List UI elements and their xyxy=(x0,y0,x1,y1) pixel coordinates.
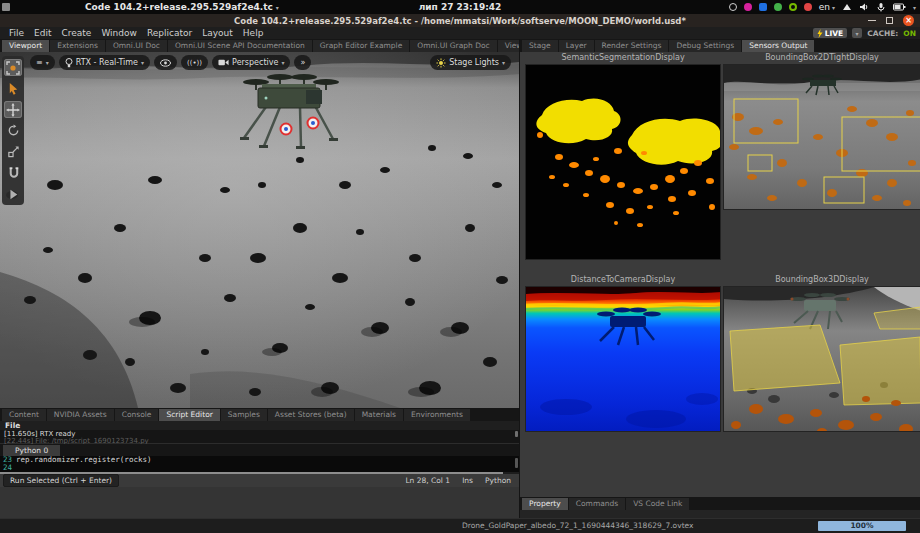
waypoint-button[interactable]: ((•)) xyxy=(181,55,208,70)
menu-create[interactable]: Create xyxy=(57,28,97,38)
cache-status: ON xyxy=(903,29,916,38)
loading-asset-label: Drone_GoldPaper_albedo_72_1_1690444346_3… xyxy=(462,521,694,530)
system-tray: en ▾ ▾ xyxy=(729,0,916,14)
live-caret-button[interactable]: ▾ xyxy=(852,28,862,38)
renderer-label: RTX - Real-Time xyxy=(76,58,138,67)
tab-graph-editor-example[interactable]: Graph Editor Example xyxy=(313,40,410,52)
volume-icon[interactable] xyxy=(859,2,869,12)
maximize-button[interactable] xyxy=(886,17,893,24)
tab-omni-ui-graph-doc[interactable]: Omni.UI Graph Doc xyxy=(410,40,496,52)
tab-sensors-output[interactable]: Sensors Output xyxy=(742,40,814,52)
red-app-tray-icon[interactable] xyxy=(804,3,812,11)
cursor-position: Ln 28, Col 1 xyxy=(405,476,450,485)
code-vertical-scrollbar[interactable] xyxy=(515,458,518,468)
menu-bar: File Edit Create Window Replicator Layou… xyxy=(0,27,920,39)
tab-render-settings[interactable]: Render Settings xyxy=(595,40,669,52)
tab-vscode-link[interactable]: VS Code Link xyxy=(626,498,689,510)
menu-replicator[interactable]: Replicator xyxy=(142,28,197,38)
bottom-panel-tab-bar: Content NVIDIA Assets Console Script Edi… xyxy=(0,408,519,421)
live-sync-button[interactable]: LIVE xyxy=(813,28,848,38)
moon-scene xyxy=(0,52,519,408)
tab-extensions[interactable]: Extensions xyxy=(50,40,105,52)
line-number: 24 xyxy=(0,464,16,472)
tab-samples[interactable]: Samples xyxy=(221,409,267,421)
rotate-tool-button[interactable] xyxy=(4,122,22,139)
caret-down-icon: ▾ xyxy=(141,59,144,66)
network-icon[interactable] xyxy=(842,2,852,12)
sensors-output-panel: SemanticSegmentationDisplay BoundingBox2… xyxy=(520,52,920,497)
cursor-tool-button[interactable] xyxy=(4,80,22,97)
scale-icon xyxy=(7,145,20,158)
tab-content[interactable]: Content xyxy=(2,409,46,421)
window-title-bar[interactable]: Code 104.2+release.295.529af2e4.tc - /ho… xyxy=(0,14,920,27)
tab-property[interactable]: Property xyxy=(522,498,568,510)
snap-tool-button[interactable] xyxy=(4,164,22,181)
double-chevron-icon: » xyxy=(300,58,305,67)
progress-value: 100% xyxy=(850,521,873,530)
status-bar: Drone_GoldPaper_albedo_72_1_1690444346_3… xyxy=(0,518,920,533)
battery-icon[interactable] xyxy=(893,2,906,12)
right-tab-bar: Stage Layer Render Settings Debug Settin… xyxy=(520,39,920,52)
camera-selector[interactable]: Perspective ▾ xyxy=(212,55,290,70)
tab-console[interactable]: Console xyxy=(115,409,159,421)
bbox3d-display xyxy=(723,286,920,432)
tab-layer[interactable]: Layer xyxy=(559,40,594,52)
tab-nvidia-assets[interactable]: NVIDIA Assets xyxy=(47,409,114,421)
visibility-button[interactable] xyxy=(154,55,177,70)
language-label: en xyxy=(819,2,830,12)
close-button[interactable]: × xyxy=(903,15,914,26)
microphone-icon[interactable] xyxy=(876,2,886,12)
script-editor-status-bar: Run Selected (Ctrl + Enter) Ln 28, Col 1… xyxy=(0,474,519,487)
minimize-button[interactable] xyxy=(868,20,876,22)
tab-asset-stores[interactable]: Asset Stores (beta) xyxy=(268,409,354,421)
tray-chevron-icon[interactable]: ▾ xyxy=(913,4,916,11)
code-editor[interactable]: 23 rep.randomizer.register(rocks) 24 xyxy=(0,456,519,472)
tab-viewport-doc[interactable]: Viewport Doc xyxy=(498,40,519,52)
waypoint-icon: ((•)) xyxy=(187,59,202,67)
system-top-bar: Code 104.2+release.295.529af2e4.tc ▾ лип… xyxy=(0,0,920,14)
panel-title-bbox3d: BoundingBox3DDisplay xyxy=(723,274,920,286)
script-editor-file-menu[interactable]: File xyxy=(0,421,519,430)
caret-down-icon: ▾ xyxy=(281,59,284,66)
renderer-selector[interactable]: RTX - Real-Time ▾ xyxy=(59,55,150,70)
property-panel-body xyxy=(520,510,920,518)
timer-tray-icon[interactable] xyxy=(729,3,737,11)
menu-layout[interactable]: Layout xyxy=(197,28,238,38)
tab-materials[interactable]: Materials xyxy=(355,409,403,421)
caret-down-icon: ▾ xyxy=(856,30,859,37)
select-tool-button[interactable] xyxy=(4,59,22,76)
viewport-3d-canvas[interactable]: ≡ ▾ RTX - Real-Time ▾ ((•)) Perspective xyxy=(0,52,519,408)
menu-edit[interactable]: Edit xyxy=(29,28,56,38)
tab-script-editor[interactable]: Script Editor xyxy=(159,409,219,421)
menu-file[interactable]: File xyxy=(4,28,29,38)
green-app-tray-icon[interactable] xyxy=(774,3,782,11)
stage-lights-button[interactable]: Stage Lights ▾ xyxy=(430,55,511,70)
tab-commands[interactable]: Commands xyxy=(569,498,625,510)
tab-environments[interactable]: Environments xyxy=(404,409,470,421)
move-icon xyxy=(6,103,20,117)
menu-window[interactable]: Window xyxy=(96,28,142,38)
distance-to-camera-display xyxy=(525,286,721,432)
viewport-options-button[interactable]: ≡ ▾ xyxy=(30,55,55,70)
language-indicator[interactable]: en ▾ xyxy=(819,2,835,12)
play-button[interactable] xyxy=(4,185,22,202)
menu-help[interactable]: Help xyxy=(238,28,269,38)
tab-viewport[interactable]: Viewport xyxy=(2,40,49,52)
scale-tool-button[interactable] xyxy=(4,143,22,160)
code-line: 23 rep.randomizer.register(rocks) xyxy=(0,456,519,464)
language-mode[interactable]: Python xyxy=(485,476,511,485)
tab-omni-ui-scene-api-doc[interactable]: Omni.UI Scene API Documentation xyxy=(168,40,312,52)
move-tool-button[interactable] xyxy=(4,101,22,118)
recorder-tray-icon[interactable] xyxy=(789,3,797,11)
magenta-app-tray-icon[interactable] xyxy=(744,3,752,11)
rotate-icon xyxy=(7,124,20,137)
log-scrollbar[interactable] xyxy=(515,431,518,437)
magnet-icon xyxy=(7,166,20,179)
tab-stage[interactable]: Stage xyxy=(522,40,558,52)
tab-debug-settings[interactable]: Debug Settings xyxy=(669,40,741,52)
run-selected-button[interactable]: Run Selected (Ctrl + Enter) xyxy=(3,474,119,487)
toolbar-expand-button[interactable]: » xyxy=(294,55,311,70)
tab-omni-ui-doc[interactable]: Omni.UI Doc xyxy=(106,40,167,52)
eye-icon xyxy=(160,59,171,67)
blue-app-tray-icon[interactable] xyxy=(759,3,767,11)
